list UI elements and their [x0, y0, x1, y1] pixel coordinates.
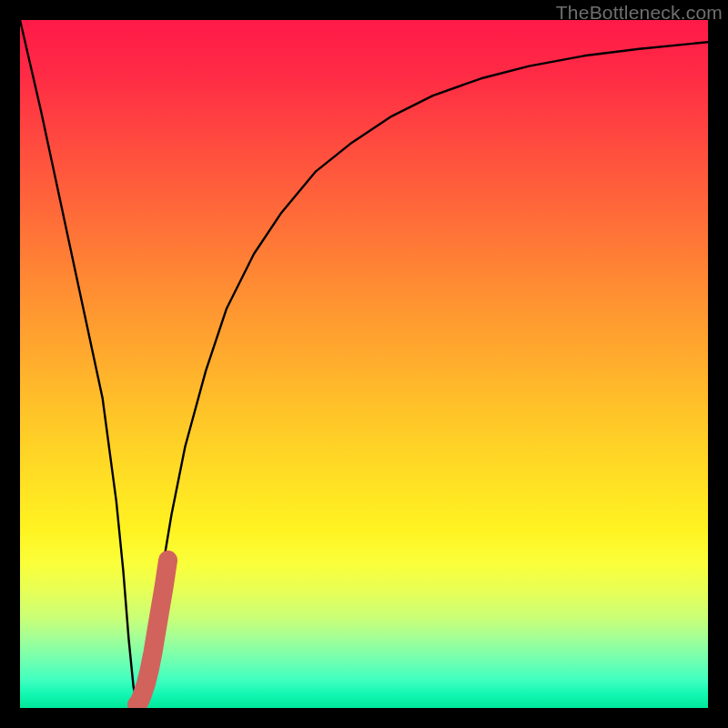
curve-layer [20, 20, 708, 708]
highlight-marker [137, 560, 168, 704]
watermark-text: TheBottleneck.com [556, 2, 723, 24]
plot-area [20, 20, 708, 708]
chart-frame: TheBottleneck.com [0, 0, 728, 728]
bottleneck-curve [20, 20, 708, 708]
